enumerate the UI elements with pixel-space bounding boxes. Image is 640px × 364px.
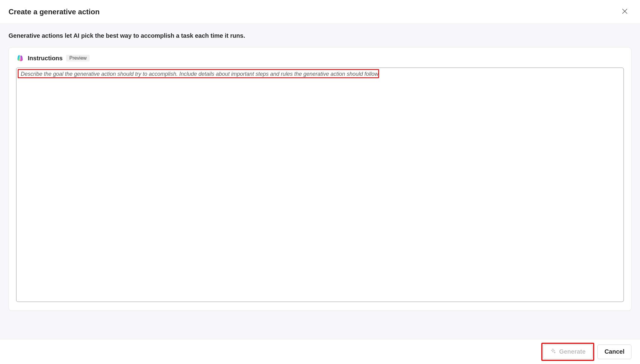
dialog-title: Create a generative action	[9, 8, 100, 16]
cancel-button[interactable]: Cancel	[597, 345, 631, 359]
instructions-textarea[interactable]	[16, 68, 624, 302]
instructions-card-header: Instructions Preview	[16, 54, 624, 62]
instructions-title: Instructions	[28, 55, 62, 62]
copilot-icon	[16, 54, 24, 62]
instructions-card: Instructions Preview	[9, 47, 631, 311]
sparkle-icon	[550, 348, 556, 355]
annotation-highlight-generate: Generate	[543, 345, 593, 359]
close-button[interactable]	[618, 5, 631, 19]
dialog-body: Generative actions let AI pick the best …	[0, 24, 640, 339]
preview-badge: Preview	[66, 55, 90, 61]
instructions-textarea-wrap	[16, 68, 624, 302]
dialog-subtitle: Generative actions let AI pick the best …	[9, 24, 631, 47]
close-icon	[621, 8, 628, 16]
dialog-footer: Generate Cancel	[0, 339, 640, 364]
cancel-button-label: Cancel	[604, 348, 624, 355]
dialog-header: Create a generative action	[0, 0, 640, 24]
generate-button-label: Generate	[559, 348, 586, 355]
generate-button[interactable]: Generate	[543, 345, 593, 359]
